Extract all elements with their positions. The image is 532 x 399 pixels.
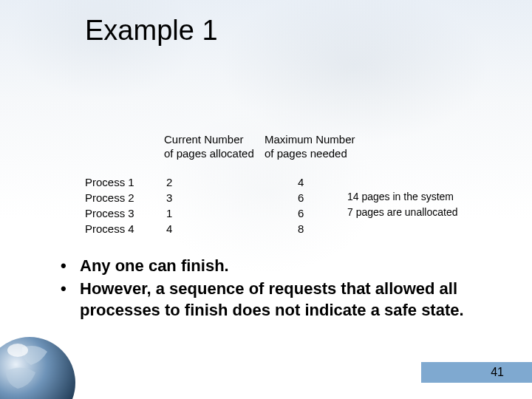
max-value: 6 [298, 205, 304, 221]
column-header-current-line2: of pages allocated [164, 147, 254, 160]
side-note: 14 pages in the system [347, 189, 457, 205]
bullet-list: • Any one can finish. • However, a seque… [61, 255, 474, 322]
bullet-text: However, a sequence of requests that all… [80, 278, 474, 321]
bullet-dot-icon: • [61, 255, 80, 276]
column-header-maximum: Maximum Number of pages needed [265, 133, 355, 161]
page-number: 41 [491, 366, 504, 379]
column-header-current: Current Number of pages allocated [164, 133, 254, 161]
process-name: Process 3 [85, 205, 134, 221]
max-values: 4 6 6 8 [298, 174, 304, 236]
process-name: Process 1 [85, 174, 134, 190]
current-value: 4 [166, 221, 172, 236]
globe-icon [0, 325, 80, 399]
column-header-current-line1: Current Number [164, 133, 244, 146]
bullet-item: • Any one can finish. [61, 255, 474, 276]
current-value: 2 [166, 174, 172, 190]
column-header-maximum-line1: Maximum Number [265, 133, 355, 146]
page-number-bar [421, 362, 532, 383]
process-name: Process 4 [85, 221, 134, 236]
process-name: Process 2 [85, 190, 134, 205]
svg-point-1 [7, 344, 28, 357]
column-header-maximum-line2: of pages needed [265, 147, 347, 160]
max-value: 4 [298, 174, 304, 190]
slide: Example 1 Current Number of pages alloca… [0, 0, 532, 399]
current-value: 3 [166, 190, 172, 205]
current-values: 2 3 1 4 [166, 174, 172, 236]
bullet-dot-icon: • [61, 278, 80, 321]
slide-title: Example 1 [85, 15, 218, 47]
max-value: 6 [298, 190, 304, 205]
side-notes: 14 pages in the system 7 pages are unall… [347, 189, 457, 220]
bullet-item: • However, a sequence of requests that a… [61, 278, 474, 321]
max-value: 8 [298, 221, 304, 236]
process-names: Process 1 Process 2 Process 3 Process 4 [85, 174, 134, 236]
side-note: 7 pages are unallocated [347, 205, 457, 220]
current-value: 1 [166, 205, 172, 221]
bullet-text: Any one can finish. [80, 255, 229, 276]
